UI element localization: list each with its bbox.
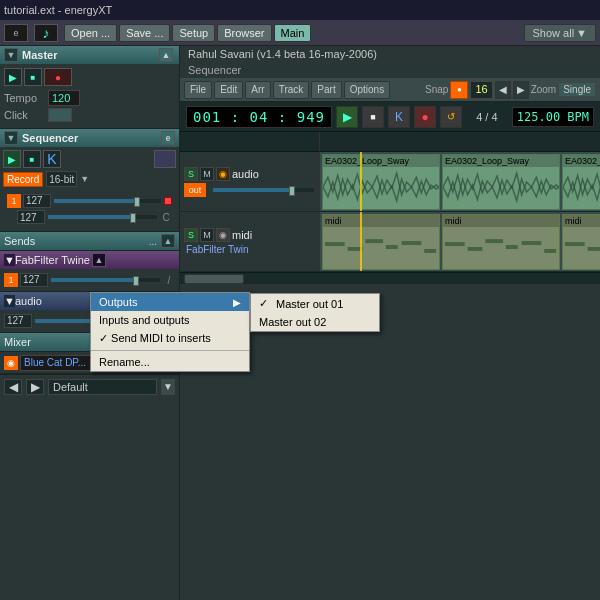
midi-pattern-3 <box>563 227 600 267</box>
audio-section: ▼ audio 127 C Outputs ▶ <box>0 292 179 333</box>
seq-play-btn[interactable]: ▶ <box>3 150 21 168</box>
options-button[interactable]: Options <box>344 81 390 99</box>
fabfilter-header[interactable]: ▼ FabFilter Twin e ▲ <box>0 251 179 269</box>
fader-value-1[interactable]: 127 <box>23 194 51 208</box>
seq-rew-btn[interactable]: K <box>43 150 61 168</box>
seq-stop-btn[interactable]: ■ <box>23 150 41 168</box>
midi-extra-btn[interactable]: ◉ <box>216 228 230 242</box>
default-select[interactable]: Default <box>48 379 157 395</box>
next-button[interactable]: ▶ <box>26 379 44 395</box>
open-button[interactable]: Open ... <box>64 24 117 42</box>
svg-rect-12 <box>565 242 585 246</box>
audio-level-track[interactable] <box>212 187 315 193</box>
show-all-button[interactable]: Show all ▼ <box>524 24 596 42</box>
context-inputs-outputs-item[interactable]: Inputs and outputs <box>91 311 249 329</box>
edit-button[interactable]: Edit <box>214 81 243 99</box>
seq-rew-button[interactable]: K <box>388 106 410 128</box>
audio-collapse-btn[interactable]: ▼ <box>4 295 15 307</box>
sequencer-section: ▼ Sequencer e ▶ ■ K Record 16-bit ▼ <box>0 129 179 232</box>
save-button[interactable]: Save ... <box>119 24 170 42</box>
master-e-button[interactable]: ▲ <box>159 48 173 62</box>
midi-clip-3[interactable]: midi <box>562 214 600 270</box>
submenu-master-out-02[interactable]: Master out 02 <box>251 313 379 331</box>
audio-fader-value[interactable]: 127 <box>4 314 32 328</box>
midi-track-content[interactable]: midi midi <box>320 212 600 271</box>
audio-solo-btn[interactable]: M <box>200 167 214 181</box>
audio-clip-2[interactable]: EA0302_Loop_Sway <box>442 154 560 210</box>
bit-dropdown-icon[interactable]: ▼ <box>80 174 89 184</box>
default-dropdown-icon[interactable]: ▼ <box>161 379 175 395</box>
audio-clip-3[interactable]: EA0302_Loo <box>562 154 600 210</box>
master-header[interactable]: ▼ Master ▲ <box>0 46 179 64</box>
snap-value[interactable]: 16 <box>470 81 492 99</box>
fader-row-1: 1 127 <box>7 194 172 208</box>
audio-extra-btn[interactable]: ◉ <box>216 167 230 181</box>
audio-clip-3-label: EA0302_Loo <box>563 155 600 167</box>
fader-track-1b[interactable] <box>47 214 158 220</box>
sends-dots[interactable]: ... <box>149 236 157 247</box>
seq-rec-button[interactable]: ● <box>414 106 436 128</box>
svg-rect-9 <box>506 245 518 249</box>
snap-left-btn[interactable]: ◀ <box>495 81 511 99</box>
track-button[interactable]: Track <box>273 81 310 99</box>
sequencer-header[interactable]: ▼ Sequencer e <box>0 129 179 147</box>
svg-rect-10 <box>522 241 542 245</box>
click-button[interactable] <box>48 108 72 122</box>
submenu-master-out-01[interactable]: Master out 01 <box>251 294 379 313</box>
fab-extra-btn[interactable]: ▲ <box>92 253 106 267</box>
browser-button[interactable]: Browser <box>217 24 271 42</box>
part-button[interactable]: Part <box>311 81 341 99</box>
snap-right-btn[interactable]: ▶ <box>513 81 529 99</box>
tempo-value[interactable]: 120 <box>48 90 80 106</box>
midi-clip-2[interactable]: midi <box>442 214 560 270</box>
fader-value-1b[interactable]: 127 <box>17 210 45 224</box>
fab-fader-value[interactable]: 127 <box>20 273 48 287</box>
midi-pattern-1 <box>323 227 439 267</box>
seq-e-button[interactable]: e <box>161 131 175 145</box>
h-scrollbar[interactable] <box>180 272 600 284</box>
fab-fader-row: 1 127 / <box>4 273 175 287</box>
submenu-arrow-icon: ▶ <box>233 297 241 308</box>
single-button[interactable]: Single <box>558 82 596 97</box>
seq-collapse-btn[interactable]: ▼ <box>4 131 18 145</box>
audio-mute-btn[interactable]: S <box>184 167 198 181</box>
prev-button[interactable]: ◀ <box>4 379 22 395</box>
seq-loop-button[interactable]: ↺ <box>440 106 462 128</box>
fab-e-button[interactable]: e <box>84 254 90 266</box>
sends-header[interactable]: Sends ... ▲ <box>0 232 179 250</box>
context-rename-item[interactable]: Rename... <box>91 353 249 371</box>
context-send-midi-item[interactable]: ✓ Send MIDI to inserts <box>91 329 249 348</box>
bpm-display[interactable]: 125.00 BPM <box>512 107 594 127</box>
master-stop-btn[interactable]: ■ <box>24 68 42 86</box>
context-outputs-item[interactable]: Outputs ▶ Master out 01 Master out 02 <box>91 293 249 311</box>
master-collapse-btn[interactable]: ▼ <box>4 48 18 62</box>
seq-play-button[interactable]: ▶ <box>336 106 358 128</box>
master-controls: ▶ ■ ● Tempo 120 Click <box>0 64 179 128</box>
context-rename-label: Rename... <box>99 356 150 368</box>
sends-collapse-btn[interactable]: ▲ <box>161 234 175 248</box>
main-button[interactable]: Main <box>274 24 312 42</box>
seq-stop-button[interactable]: ■ <box>362 106 384 128</box>
submenu: Master out 01 Master out 02 <box>250 293 380 332</box>
fader-track-1[interactable] <box>53 198 162 204</box>
h-scrollbar-thumb[interactable] <box>184 274 244 284</box>
show-all-dropdown-icon: ▼ <box>576 27 587 39</box>
fab-fader-track[interactable] <box>50 277 161 283</box>
arr-button[interactable]: Arr <box>245 81 270 99</box>
midi-solo-btn[interactable]: M <box>200 228 214 242</box>
master-play-btn[interactable]: ▶ <box>4 68 22 86</box>
fab-collapse-btn[interactable]: ▼ <box>4 254 15 266</box>
seq-transport-bar: 001 : 04 : 949 ▶ ■ K ● ↺ 4 / 4 125.00 BP… <box>180 102 600 132</box>
midi-track-controls: S M ◉ midi FabFilter Twin <box>180 212 320 271</box>
file-button[interactable]: File <box>184 81 212 99</box>
audio-track-controls: S M ◉ audio out <box>180 152 320 211</box>
audio-track-content[interactable]: EA0302_Loop_Sway EA0302_Loop_Sway <box>320 152 600 211</box>
seq-transport-row: ▶ ■ K <box>3 150 176 168</box>
midi-clip-1[interactable]: midi <box>322 214 440 270</box>
bit-depth-select[interactable]: 16-bit <box>46 171 77 187</box>
midi-mute-btn[interactable]: S <box>184 228 198 242</box>
setup-button[interactable]: Setup <box>172 24 215 42</box>
audio-clip-1[interactable]: EA0302_Loop_Sway <box>322 154 440 210</box>
master-rec-btn[interactable]: ● <box>44 68 72 86</box>
tempo-row: Tempo 120 <box>4 90 175 106</box>
